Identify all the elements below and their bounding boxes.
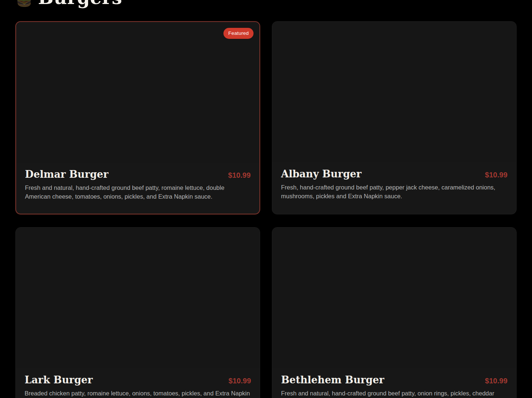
menu-item-description: Fresh and natural, hand-crafted ground b… (281, 389, 507, 398)
menu-item-description: Fresh and natural, hand-crafted ground b… (25, 183, 251, 201)
menu-item-price: $10.99 (229, 377, 251, 385)
menu-item-image (16, 228, 260, 368)
menu-card-delmar-burger[interactable]: Featured Delmar Burger $10.99 Fresh and … (15, 21, 260, 214)
menu-item-name: Bethlehem Burger (281, 374, 384, 386)
menu-item-image (16, 22, 259, 163)
featured-badge: Featured (223, 28, 254, 39)
menu-item-price: $10.99 (485, 171, 507, 179)
menu-card-lark-burger[interactable]: Lark Burger $10.99 Breaded chicken patty… (15, 227, 260, 398)
section-title: Burgers (38, 0, 122, 8)
section-header: 🍔 Burgers (15, 0, 517, 21)
menu-item-price: $10.99 (228, 171, 251, 180)
menu-item-image (272, 22, 516, 162)
menu-item-name: Albany Burger (281, 168, 361, 180)
menu-item-description: Fresh, hand-crafted ground beef patty, p… (281, 183, 507, 200)
menu-card-albany-burger[interactable]: Albany Burger $10.99 Fresh, hand-crafted… (272, 21, 517, 214)
menu-item-description: Breaded chicken patty, romaine lettuce, … (25, 389, 251, 398)
menu-card-bethlehem-burger[interactable]: Bethlehem Burger $10.99 Fresh and natura… (272, 227, 517, 398)
menu-item-price: $10.99 (485, 377, 507, 385)
menu-item-name: Lark Burger (25, 374, 93, 386)
menu-item-image (272, 228, 516, 368)
burger-emoji-icon: 🍔 (15, 0, 33, 6)
menu-page: 🍔 Burgers Featured Delmar Burger $10.99 … (0, 0, 532, 398)
menu-item-name: Delmar Burger (25, 169, 109, 180)
menu-grid: Featured Delmar Burger $10.99 Fresh and … (15, 21, 517, 398)
